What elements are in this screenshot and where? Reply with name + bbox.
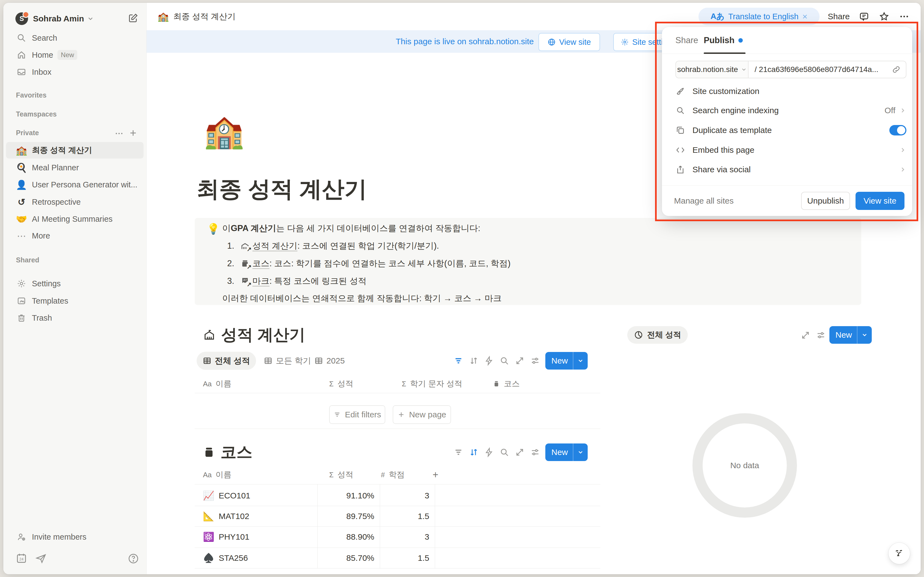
duplicate-template-toggle[interactable] xyxy=(889,125,906,135)
banner-view-site-button[interactable]: View site xyxy=(538,33,600,51)
grades-db-heading[interactable]: 성적 계산기 xyxy=(203,326,305,344)
column-header-courses[interactable]: 코스 xyxy=(493,375,520,393)
filter-icon[interactable] xyxy=(454,447,464,457)
notion-app: S Sohrab Amin Search Home New Inbox Favo… xyxy=(0,0,924,577)
menu-item-search-engine-indexing[interactable]: Search engine indexing Off xyxy=(675,101,906,120)
menu-item-duplicate-as-template[interactable]: Duplicate as template xyxy=(675,121,906,140)
sidebar-item-home[interactable]: Home New xyxy=(6,47,144,63)
help-icon[interactable] xyxy=(128,553,139,564)
private-more-icon[interactable] xyxy=(115,129,124,138)
view-tab-2025[interactable]: 2025 xyxy=(308,352,351,370)
section-favorites[interactable]: Favorites xyxy=(16,91,47,99)
chart-new-button[interactable]: New xyxy=(829,326,872,344)
section-shared[interactable]: Shared xyxy=(16,256,39,264)
person-icon: 👤 xyxy=(16,180,27,189)
courses-new-button[interactable]: New xyxy=(545,443,588,461)
home-icon xyxy=(16,50,27,60)
filter-icon xyxy=(333,411,341,419)
sidebar-item-user-persona[interactable]: 👤 User Persona Generator wit... xyxy=(6,176,144,193)
page-icon[interactable]: 🏫 xyxy=(204,115,244,147)
edit-filters-button[interactable]: Edit filters xyxy=(329,405,385,424)
column-header-credits[interactable]: #학점 xyxy=(381,466,404,484)
link-icon[interactable] xyxy=(892,65,900,74)
tab-publish[interactable]: Publish xyxy=(704,34,743,47)
column-header-grade[interactable]: Σ성적 xyxy=(329,466,354,484)
sort-icon[interactable] xyxy=(469,356,479,366)
menu-item-share-via-social[interactable]: Share via social xyxy=(675,160,906,179)
tab-share[interactable]: Share xyxy=(675,34,698,47)
db-link[interactable]: 마크 xyxy=(252,275,270,287)
search-icon[interactable] xyxy=(499,447,509,457)
manage-all-sites-link[interactable]: Manage all sites xyxy=(674,196,734,206)
column-header-semester-letter[interactable]: Σ학기 문자 성적 xyxy=(402,375,462,393)
translate-pill[interactable]: Aあ Translate to English × xyxy=(698,8,819,25)
compose-icon[interactable] xyxy=(128,13,139,24)
popup-footer: Manage all sites Unpublish View site xyxy=(662,190,912,211)
chevron-down-icon xyxy=(573,449,588,456)
sidebar: S Sohrab Amin Search Home New Inbox Favo… xyxy=(3,3,147,574)
chart-view-tab[interactable]: 전체 성적 xyxy=(627,326,688,344)
share-button[interactable]: Share xyxy=(828,3,850,30)
workspace-switcher[interactable]: S Sohrab Amin xyxy=(3,10,146,27)
paper-plane-icon[interactable] xyxy=(35,553,47,564)
grades-new-button[interactable]: New xyxy=(545,352,588,369)
view-tab-all-grades[interactable]: 전체 성적 xyxy=(197,352,256,370)
settings-sliders-icon[interactable] xyxy=(530,356,540,366)
menu-item-embed-this-page[interactable]: Embed this page xyxy=(675,141,906,160)
settings-sliders-icon[interactable] xyxy=(530,447,540,457)
comments-icon[interactable] xyxy=(859,11,869,22)
sidebar-item-grade-calculator[interactable]: 🏫 최종 성적 계산기 xyxy=(6,142,144,158)
column-header-name[interactable]: Aa이름 xyxy=(203,466,231,484)
sidebar-item-settings[interactable]: Settings xyxy=(6,275,144,292)
invite-person-icon xyxy=(16,532,27,542)
expand-icon[interactable] xyxy=(515,447,525,457)
db-link[interactable]: 코스 xyxy=(252,258,270,269)
callout-intro: 이 GPA 계산기는 다음 세 가지 데이터베이스를 연결하여 작동합니다: xyxy=(222,220,480,237)
sidebar-item-templates[interactable]: Templates xyxy=(6,293,144,309)
add-column-button[interactable]: + xyxy=(433,466,438,484)
sidebar-item-inbox[interactable]: Inbox xyxy=(6,64,144,80)
breadcrumb[interactable]: 🏫 최종 성적 계산기 xyxy=(158,3,236,30)
search-icon[interactable] xyxy=(499,356,509,366)
site-url-field[interactable]: sohrab.notion.site / 21ca63f696e5806e807… xyxy=(675,61,906,78)
callout-outro: 이러한 데이터베이스는 연쇄적으로 함께 작동합니다: 학기 → 코스 → 마크 xyxy=(222,290,502,307)
invite-members[interactable]: Invite members xyxy=(6,529,144,545)
courses-db-link-icon: ↗ xyxy=(240,259,250,268)
sort-icon[interactable] xyxy=(469,447,479,457)
column-header-name[interactable]: Aa이름 xyxy=(203,375,231,393)
unpublish-button[interactable]: Unpublish xyxy=(801,192,850,210)
translate-icon: Aあ xyxy=(711,11,725,22)
automation-icon[interactable] xyxy=(484,356,494,366)
sidebar-item-search[interactable]: Search xyxy=(6,30,144,46)
code-icon xyxy=(675,145,685,155)
expand-icon[interactable] xyxy=(801,330,811,340)
star-icon[interactable] xyxy=(879,11,889,22)
courses-db-heading[interactable]: 코스 xyxy=(203,441,252,463)
domain-select[interactable]: sohrab.notion.site xyxy=(676,61,748,78)
sidebar-item-trash[interactable]: Trash xyxy=(6,309,144,326)
new-page-button[interactable]: New page xyxy=(393,405,451,424)
sidebar-item-more[interactable]: ⋯ More xyxy=(6,227,144,244)
expand-icon[interactable] xyxy=(515,356,525,366)
published-dot xyxy=(738,38,743,43)
page-title[interactable]: 최종 성적 계산기 xyxy=(197,174,367,205)
db-link[interactable]: 성적 계산기 xyxy=(252,240,297,252)
search-icon xyxy=(675,106,685,115)
automation-icon[interactable] xyxy=(484,447,494,457)
settings-sliders-icon[interactable] xyxy=(816,330,826,340)
menu-item-site-customization[interactable]: Site customization xyxy=(675,82,906,101)
section-teamspaces[interactable]: Teamspaces xyxy=(16,110,57,118)
column-header-grade[interactable]: Σ성적 xyxy=(329,375,354,393)
filter-icon[interactable] xyxy=(454,356,464,366)
section-private[interactable]: Private xyxy=(16,129,39,137)
page-path-input[interactable]: / 21ca63f696e5806e8077d64714a... xyxy=(748,61,906,78)
more-options-icon[interactable] xyxy=(899,11,909,22)
view-site-button[interactable]: View site xyxy=(856,192,905,210)
sidebar-item-retrospective[interactable]: ↺ Retrospective xyxy=(6,194,144,210)
sidebar-item-ai-meeting-summaries[interactable]: 🤝 AI Meeting Summaries xyxy=(6,211,144,227)
notion-ai-button[interactable] xyxy=(888,543,910,564)
close-icon[interactable]: × xyxy=(803,11,808,22)
sidebar-item-meal-planner[interactable]: 🍳 Meal Planner xyxy=(6,160,144,176)
private-add-icon[interactable] xyxy=(128,128,138,138)
calendar-icon[interactable]: 24 xyxy=(15,552,27,564)
